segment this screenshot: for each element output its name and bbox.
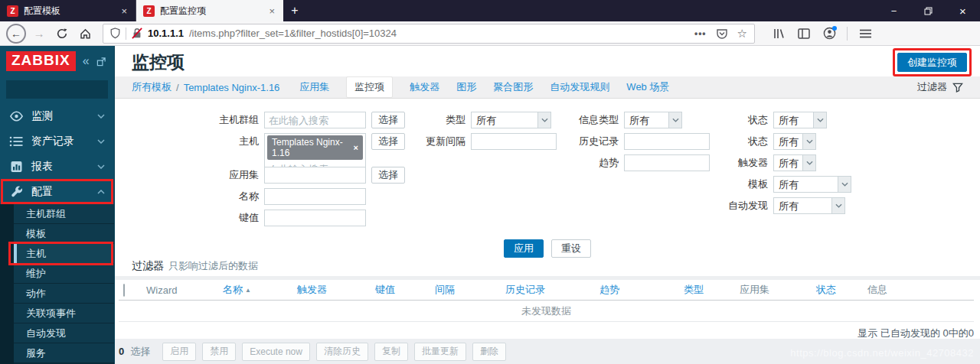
zabbix-logo[interactable]: ZABBIX — [6, 51, 76, 71]
sidebar-item-monitoring[interactable]: 监测 — [0, 103, 114, 128]
key-input[interactable] — [264, 210, 366, 226]
filter-toggle[interactable]: 过滤器 — [917, 80, 963, 94]
disable-button[interactable]: 禁用 — [202, 343, 236, 361]
name-input[interactable] — [264, 188, 366, 205]
tab-web-scenarios[interactable]: Web 场景 — [626, 80, 669, 94]
pocket-icon[interactable] — [716, 28, 728, 40]
sidebar-item-maintenance[interactable]: 维护 — [14, 264, 114, 284]
sidebar-item-templates[interactable]: 模板 — [14, 224, 114, 244]
enable-button[interactable]: 启用 — [162, 343, 196, 361]
sidebar-item-hosts[interactable]: 主机 — [14, 244, 114, 264]
history-input[interactable] — [624, 133, 710, 150]
browser-tab-config-template[interactable]: Z 配置模板 × — [0, 0, 136, 21]
update-interval-input[interactable] — [471, 133, 557, 150]
column-applications: 应用集 — [740, 283, 816, 297]
application-select-button[interactable]: 选择 — [371, 167, 405, 184]
sidebar-toggle-button[interactable] — [794, 24, 814, 44]
info-type-select[interactable]: 所有 — [624, 112, 682, 128]
sidebar-item-inventory[interactable]: 资产记录 — [0, 128, 114, 154]
browser-tab-config-items[interactable]: Z 配置监控项 × — [136, 0, 283, 21]
column-history[interactable]: 历史记录 — [505, 283, 599, 297]
select-all-checkbox[interactable] — [123, 284, 125, 297]
template-select[interactable]: 所有 — [773, 176, 851, 193]
reload-button[interactable] — [52, 24, 72, 44]
triggers-select[interactable]: 所有 — [773, 154, 816, 171]
application-input[interactable] — [264, 167, 366, 184]
clear-history-button[interactable]: 清除历史 — [316, 343, 368, 361]
tab-close-icon[interactable]: × — [119, 5, 129, 17]
column-key[interactable]: 键值 — [375, 283, 435, 297]
window-close-button[interactable]: × — [946, 0, 980, 21]
execute-now-button[interactable]: Execute now — [242, 343, 310, 361]
mass-update-button[interactable]: 批量更新 — [414, 343, 466, 361]
sidebar-item-configuration[interactable]: 配置 — [0, 179, 114, 204]
trends-input[interactable] — [624, 154, 710, 171]
fullscreen-icon[interactable] — [96, 57, 106, 67]
discovery-label: 自动发现 — [710, 197, 768, 214]
host-select-button[interactable]: 选择 — [371, 133, 405, 150]
triggers-label: 触发器 — [710, 154, 768, 171]
funnel-icon — [952, 83, 963, 93]
host-group-input[interactable] — [264, 112, 366, 128]
bookmark-star-icon[interactable]: ☆ — [737, 27, 747, 41]
create-item-button[interactable]: 创建监控项 — [897, 53, 967, 72]
sidebar-item-event-correlation[interactable]: 关联项事件 — [14, 304, 114, 323]
library-button[interactable] — [769, 24, 789, 44]
sidebar-item-discovery[interactable]: 自动发现 — [14, 323, 114, 343]
status-select[interactable]: 所有 — [773, 133, 816, 150]
home-button[interactable] — [75, 24, 95, 44]
tab-discovery-rules[interactable]: 自动发现规则 — [550, 80, 609, 94]
chevron-down-icon — [835, 203, 842, 208]
page-title: 监控项 — [132, 50, 185, 74]
new-tab-button[interactable]: + — [283, 0, 306, 21]
apply-button[interactable]: 应用 — [504, 239, 544, 258]
url-bar[interactable]: 10.1.1.1/items.php?filter_set=1&filter_h… — [103, 24, 755, 44]
column-type[interactable]: 类型 — [684, 283, 740, 297]
chip-remove-icon[interactable]: × — [354, 143, 358, 152]
copy-button[interactable]: 复制 — [374, 343, 408, 361]
selected-label: 选择 — [130, 345, 150, 359]
divider — [126, 28, 126, 40]
menu-button[interactable] — [855, 24, 875, 44]
tab-applications[interactable]: 应用集 — [299, 80, 329, 94]
update-interval-label: 更新间隔 — [412, 133, 466, 150]
sidebar-item-actions[interactable]: 动作 — [14, 284, 114, 304]
tab-triggers[interactable]: 触发器 — [410, 80, 439, 94]
host-group-select-button[interactable]: 选择 — [371, 112, 405, 128]
window-minimize-button[interactable]: − — [877, 0, 911, 21]
filter-toggle-label: 过滤器 — [917, 80, 947, 94]
tab-close-icon[interactable]: × — [267, 5, 276, 17]
chevron-down-icon — [541, 118, 548, 122]
tab-graphs[interactable]: 图形 — [456, 80, 476, 94]
column-triggers[interactable]: 触发器 — [297, 283, 375, 297]
sidebar-item-label: 报表 — [31, 160, 53, 174]
subfilter-note: 只影响过滤后的数据 — [168, 260, 258, 271]
sidebar-search[interactable] — [6, 80, 108, 99]
delete-button[interactable]: 删除 — [472, 343, 506, 361]
column-status[interactable]: 状态 — [816, 283, 867, 297]
forward-button[interactable]: → — [29, 24, 49, 44]
reset-button[interactable]: 重设 — [551, 239, 591, 258]
window-restore-button[interactable] — [911, 0, 946, 21]
chevron-down-icon — [806, 161, 813, 165]
column-wizard: Wizard — [146, 284, 223, 296]
breadcrumb-all-templates[interactable]: 所有模板 — [132, 80, 172, 94]
watermark: https://blog.csdn.net/weixin_42708432 — [790, 347, 974, 359]
type-select[interactable]: 所有 — [471, 112, 551, 128]
sidebar-item-reports[interactable]: 报表 — [0, 154, 114, 179]
discovery-select[interactable]: 所有 — [773, 197, 845, 214]
column-interval[interactable]: 间隔 — [435, 283, 505, 297]
column-name[interactable]: 名称▲ — [223, 283, 297, 297]
tab-screens[interactable]: 聚合图形 — [493, 80, 533, 94]
sidebar-item-host-groups[interactable]: 主机群组 — [14, 204, 114, 224]
chevron-down-icon — [97, 114, 105, 119]
state-select[interactable]: 所有 — [773, 112, 827, 128]
sidebar-item-services[interactable]: 服务 — [14, 343, 114, 363]
page-actions-icon[interactable]: ••• — [694, 28, 707, 39]
account-button[interactable] — [819, 24, 839, 44]
tab-items[interactable]: 监控项 — [346, 76, 393, 98]
column-trends[interactable]: 趋势 — [599, 283, 684, 297]
back-button[interactable]: ← — [6, 24, 26, 44]
collapse-sidebar-icon[interactable]: « — [83, 55, 90, 67]
breadcrumb-template[interactable]: Templates Nginx-1.16 — [184, 82, 280, 93]
